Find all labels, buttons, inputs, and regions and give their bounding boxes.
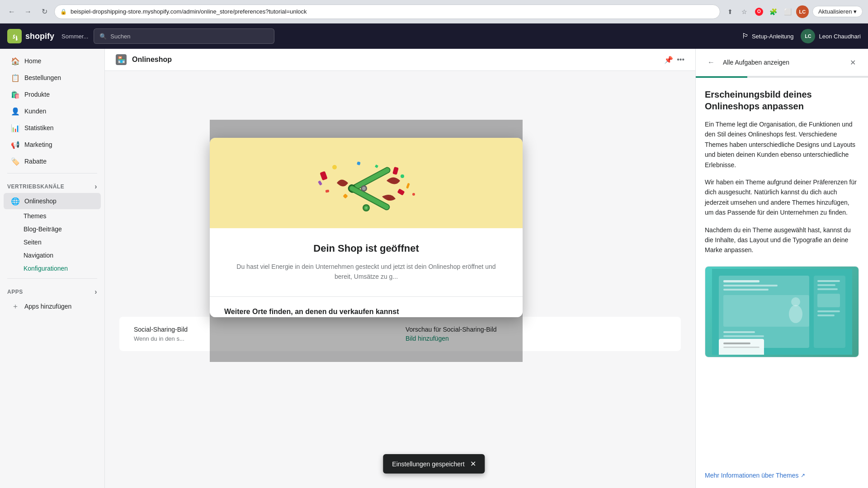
user-name: Leon Chaudhari — [819, 33, 861, 40]
setup-anleitung[interactable]: 🏳 Setup-Anleitung — [742, 32, 794, 40]
sidebar-item-bestellungen[interactable]: 📋 Bestellungen — [4, 70, 101, 86]
svg-rect-22 — [406, 183, 410, 189]
back-button[interactable]: ← — [5, 5, 18, 18]
shopify-logo[interactable]: shopify — [7, 29, 54, 43]
panel-paragraph-2: Wir haben ein Theme aufgrund deiner Präf… — [705, 177, 859, 218]
alle-aufgaben-link[interactable]: Alle Aufgaben anzeigen — [723, 59, 789, 66]
modal-title: Dein Shop ist geöffnet — [228, 243, 505, 254]
forward-button[interactable]: → — [22, 5, 34, 18]
svg-rect-46 — [723, 347, 760, 348]
sidebar-label-konfigurationen: Konfigurationen — [24, 265, 68, 272]
sidebar-item-home[interactable]: 🏠 Home — [4, 53, 101, 69]
vertriebskanaele-expand[interactable]: › — [94, 183, 97, 191]
svg-point-24 — [412, 193, 415, 196]
store-name: Sommer... — [61, 33, 88, 40]
sidebar-sub-item-seiten[interactable]: Seiten — [4, 236, 101, 249]
analytics-icon: 📊 — [11, 123, 20, 132]
logo-text: shopify — [25, 32, 54, 41]
orders-icon: 📋 — [11, 73, 20, 82]
browser-actions: ⬆ ☆ O 🧩 ⬜ LC Aktualisieren ▾ — [724, 5, 863, 18]
svg-rect-39 — [817, 284, 835, 286]
user-area[interactable]: LC Leon Chaudhari — [801, 29, 861, 43]
sidebar-label-kunden: Kunden — [24, 108, 46, 115]
page-title: Onlineshop — [132, 56, 172, 64]
right-panel-header: ← Alle Aufgaben anzeigen ✕ — [696, 49, 868, 76]
page-header-actions: 📌 ••• — [664, 56, 684, 64]
svg-point-21 — [365, 207, 367, 209]
back-button-panel[interactable]: ← — [705, 56, 717, 69]
toast-notification: Einstellungen gespeichert ✕ — [383, 454, 485, 474]
browser-chrome: ← → ↻ 🔒 beispiel-dropshipping-store.mysh… — [0, 0, 868, 23]
sidebar-toggle-button[interactable]: ⬜ — [782, 5, 794, 18]
mehr-info-link[interactable]: Mehr Informationen über Themes ↗ — [696, 472, 868, 488]
sidebar-item-onlineshop[interactable]: 🌐 Onlineshop — [4, 193, 101, 209]
svg-rect-8 — [326, 189, 330, 192]
page-header-icon: 🏪 — [116, 54, 127, 65]
sidebar-label-home: Home — [24, 57, 41, 65]
more-options-button[interactable]: ••• — [677, 56, 684, 64]
svg-line-16 — [349, 188, 389, 207]
sidebar-label-seiten: Seiten — [24, 239, 42, 246]
share-button[interactable]: ⬆ — [724, 5, 736, 18]
svg-rect-23 — [318, 180, 322, 186]
sidebar-item-statistiken[interactable]: 📊 Statistiken — [4, 120, 101, 136]
weitere-orte-section: Weitere Orte finden, an denen du verkauf… — [210, 296, 523, 317]
sidebar-sub-item-navigation[interactable]: Navigation — [4, 249, 101, 262]
reload-button[interactable]: ↻ — [38, 5, 51, 18]
search-placeholder: Suchen — [110, 33, 130, 40]
social-description: Wenn du in den s... — [134, 335, 184, 342]
svg-point-32 — [789, 305, 802, 323]
weitere-title: Weitere Orte finden, an denen du verkauf… — [224, 308, 508, 316]
sidebar-item-kunden[interactable]: 👤 Kunden — [4, 103, 101, 119]
user-profile-button[interactable]: LC — [796, 5, 809, 18]
pin-button[interactable]: 📌 — [664, 56, 673, 64]
mehr-info-text: Mehr Informationen über Themes — [705, 472, 799, 479]
search-bar[interactable]: 🔍 Suchen — [94, 28, 274, 44]
sidebar-label-rabatte: Rabatte — [24, 158, 47, 165]
sidebar-label-themes: Themes — [24, 212, 47, 220]
extensions-button[interactable]: 🧩 — [767, 5, 780, 18]
svg-line-12 — [350, 170, 390, 189]
svg-point-3 — [332, 165, 337, 169]
external-link-icon: ↗ — [801, 472, 805, 479]
svg-rect-40 — [817, 288, 838, 290]
svg-rect-35 — [723, 335, 764, 337]
svg-rect-1 — [392, 167, 399, 175]
sidebar-label-apps-add: Apps hinzufügen — [24, 303, 71, 310]
bookmark-button[interactable]: ☆ — [738, 5, 751, 18]
modal-hero — [210, 138, 523, 228]
opera-button[interactable]: O — [753, 5, 765, 18]
apps-header: Apps › — [0, 282, 104, 298]
sidebar-item-produkte[interactable]: 🛍️ Produkte — [4, 86, 101, 103]
sidebar-item-marketing[interactable]: 📢 Marketing — [4, 136, 101, 153]
aktualisieren-button[interactable]: Aktualisieren ▾ — [812, 6, 863, 17]
sidebar-item-apps-add[interactable]: ＋ Apps hinzufügen — [4, 298, 101, 314]
svg-rect-29 — [723, 285, 778, 286]
svg-rect-42 — [817, 310, 840, 312]
panel-paragraph-3: Nachdem du ein Theme ausgewählt hast, ka… — [705, 225, 859, 255]
apps-expand[interactable]: › — [94, 288, 97, 296]
sidebar-sub-item-konfigurationen[interactable]: Konfigurationen — [4, 262, 101, 275]
sidebar-item-rabatte[interactable]: 🏷️ Rabatte — [4, 153, 101, 169]
panel-preview-image — [705, 267, 859, 357]
address-bar[interactable]: 🔒 beispiel-dropshipping-store.myshopify.… — [54, 5, 720, 19]
toast-close-button[interactable]: ✕ — [470, 460, 476, 468]
sidebar-divider-1 — [7, 173, 97, 174]
right-panel: ← Alle Aufgaben anzeigen ✕ Erscheinungsb… — [695, 49, 868, 488]
lock-icon: 🔒 — [60, 9, 67, 15]
search-icon: 🔍 — [99, 33, 107, 40]
sidebar-sub-item-blog[interactable]: Blog-Beiträge — [4, 223, 101, 235]
sidebar-label-produkte: Produkte — [24, 91, 50, 98]
svg-point-18 — [362, 187, 366, 190]
svg-rect-30 — [723, 289, 769, 291]
sidebar-label-onlineshop: Onlineshop — [24, 197, 57, 205]
svg-point-4 — [401, 174, 404, 178]
toast-message: Einstellungen gespeichert — [392, 460, 464, 468]
modal-body: Dein Shop ist geöffnet Du hast viel Ener… — [210, 228, 523, 296]
setup-label: Setup-Anleitung — [752, 33, 794, 40]
sidebar-sub-item-themes[interactable]: Themes — [4, 210, 101, 222]
panel-close-button[interactable]: ✕ — [846, 56, 859, 69]
vertriebskanaele-header: Vertriebskanäle › — [0, 177, 104, 192]
svg-rect-7 — [375, 164, 378, 168]
page-header: 🏪 Onlineshop 📌 ••• — [105, 49, 695, 71]
